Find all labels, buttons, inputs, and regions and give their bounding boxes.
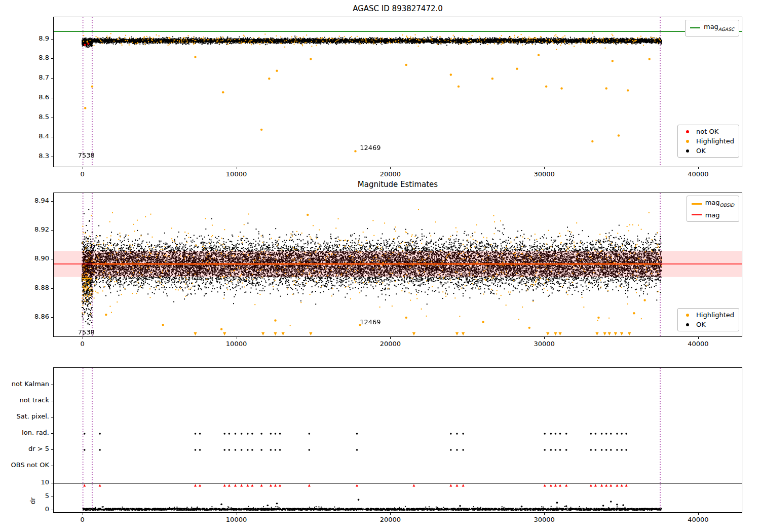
flag-row-label: Sat. pixel. [0, 412, 49, 420]
legend-label: OK [696, 321, 706, 328]
y-tick-label: 8.88 [0, 284, 49, 291]
legend-entry: magOBSID [692, 199, 734, 209]
y-tick-mark [51, 401, 53, 401]
x-tick-mark [390, 513, 391, 515]
legend-thickline-swatch [692, 203, 702, 205]
y-tick-mark [51, 259, 53, 259]
y-tick-mark [51, 137, 53, 137]
legend-dot-swatch [686, 314, 689, 317]
legend-label: magAGASC [704, 23, 734, 33]
legend-entry: OK [682, 147, 734, 155]
flag-row-label: not Kalman [0, 380, 49, 388]
x-tick-mark [83, 513, 83, 515]
y-tick-label: 8.86 [0, 313, 49, 320]
x-tick-label: 30000 [534, 170, 554, 178]
y-tick-label: 8.8 [0, 54, 49, 61]
x-tick-label: 40000 [688, 170, 708, 178]
y-tick-label: 8.6 [0, 93, 49, 101]
middle-plot-title: Magnitude Estimates [53, 180, 742, 189]
y-tick-mark [51, 98, 53, 98]
y-tick-mark [51, 288, 53, 289]
y-tick-mark [51, 39, 53, 40]
y-tick-mark [51, 385, 53, 385]
annotation: 7538 [78, 328, 95, 336]
x-tick-label: 0 [81, 516, 85, 523]
y-tick-mark [51, 483, 53, 483]
y-tick-mark [51, 317, 53, 318]
x-tick-mark [544, 167, 545, 169]
y-tick-mark [51, 157, 53, 157]
y-tick-label: 8.3 [0, 152, 49, 160]
legend-label: not OK [696, 128, 718, 135]
agasc-line-legend: magAGASC [685, 20, 739, 36]
x-tick-mark [698, 167, 699, 169]
y-tick-mark [51, 433, 53, 434]
y-tick-label: 8.90 [0, 254, 49, 262]
x-tick-label: 40000 [688, 516, 708, 523]
legend-line-swatch [690, 27, 700, 28]
y-tick-label: 8.5 [0, 113, 49, 121]
legend-entry: OK [682, 321, 734, 328]
legend-label: Highlighted [696, 311, 734, 319]
legend-label: Highlighted [696, 137, 734, 145]
x-tick-label: 20000 [380, 170, 401, 178]
y-tick-mark [51, 230, 53, 231]
magnitude-estimates-plot [53, 193, 742, 337]
flag-row-label: not track [0, 396, 49, 404]
dr-axis-label: dr [29, 498, 36, 505]
x-tick-label: 20000 [380, 516, 401, 523]
y-tick-mark [51, 58, 53, 59]
legend-label: OK [696, 147, 706, 155]
x-tick-label: 30000 [534, 340, 554, 348]
y-tick-mark [51, 497, 53, 497]
x-tick-mark [83, 337, 83, 339]
dr-tick-label: 10 [0, 478, 49, 486]
x-tick-label: 0 [81, 170, 85, 178]
x-tick-mark [237, 513, 237, 515]
y-tick-mark [51, 201, 53, 202]
x-tick-label: 10000 [226, 170, 247, 178]
top-plot-title: AGASC ID 893827472.0 [53, 4, 742, 13]
flag-row-label: Ion. rad. [0, 429, 49, 436]
legend-entry: Highlighted [682, 311, 734, 319]
y-tick-mark [51, 466, 53, 466]
figure: AGASC ID 893827472.0 Magnitude Estimates… [0, 0, 760, 532]
x-tick-mark [237, 337, 237, 339]
x-tick-mark [390, 167, 391, 169]
x-tick-label: 10000 [226, 340, 247, 348]
y-tick-mark [51, 78, 53, 79]
x-tick-mark [390, 337, 391, 339]
y-tick-mark [51, 449, 53, 450]
agasc-magnitude-canvas [54, 17, 742, 167]
x-tick-mark [544, 513, 545, 515]
x-tick-mark [698, 337, 699, 339]
legend-line-swatch [692, 214, 702, 215]
x-tick-mark [83, 167, 83, 169]
agasc-magnitude-plot [53, 17, 742, 167]
legend-entry: Highlighted [682, 137, 734, 145]
x-tick-label: 40000 [688, 340, 708, 348]
x-tick-label: 10000 [226, 516, 247, 523]
flags-dr-canvas [54, 368, 742, 512]
x-tick-mark [237, 167, 237, 169]
agasc-point-legend: not OKHighlightedOK [677, 125, 739, 158]
y-tick-label: 8.9 [0, 34, 49, 42]
flag-row-label: OBS not OK [0, 461, 49, 469]
x-tick-mark [544, 337, 545, 339]
dr-tick-label: 5 [0, 492, 49, 500]
y-tick-label: 8.92 [0, 225, 49, 233]
x-tick-label: 30000 [534, 516, 554, 523]
annotation: 7538 [78, 151, 95, 159]
x-tick-label: 20000 [380, 340, 401, 348]
flags-dr-plot [53, 367, 742, 513]
dr-tick-label: 0 [0, 505, 49, 513]
flag-row-label: dr > 5 [0, 445, 49, 452]
legend-dot-swatch [686, 323, 689, 326]
annotation: 12469 [360, 144, 381, 151]
y-tick-label: 8.7 [0, 73, 49, 81]
legend-dot-swatch [686, 140, 689, 143]
y-tick-mark [51, 118, 53, 118]
y-tick-mark [51, 417, 53, 417]
legend-entry: magAGASC [690, 23, 734, 33]
legend-label: magOBSID [705, 199, 734, 209]
